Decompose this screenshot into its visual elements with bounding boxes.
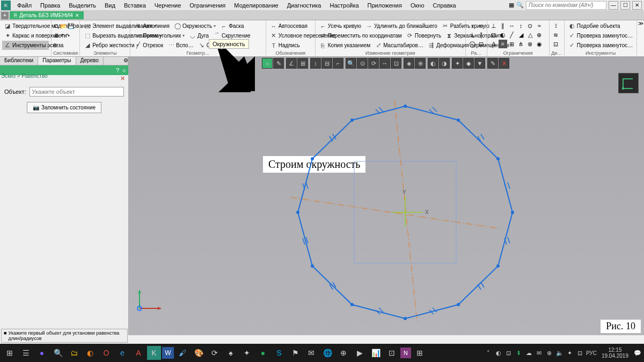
chamfer-button[interactable]: ⌐Фаска [218, 22, 245, 31]
command-search-input[interactable] [526, 1, 606, 10]
tb-edge[interactable]: e [115, 345, 130, 360]
menu-edit[interactable]: Правка [37, 1, 63, 10]
constr-icon[interactable]: ◉ [535, 40, 544, 48]
tb-app[interactable]: ✉ [304, 345, 319, 360]
save-icon[interactable]: 💾 [68, 23, 74, 29]
menu-modeling[interactable]: Моделирование [231, 1, 281, 10]
tray-lang[interactable]: РУС [586, 350, 597, 356]
undo-icon[interactable]: ↶ [60, 33, 64, 39]
close-button[interactable]: ✕ [632, 1, 642, 10]
constr-icon[interactable]: ≈ [535, 21, 544, 30]
tray-icon[interactable]: ✉ [535, 349, 544, 357]
start-button[interactable]: ⊞ [2, 345, 17, 360]
ra-icon-6[interactable]: ⊡ [477, 40, 486, 48]
constr-icon[interactable]: = [499, 40, 507, 48]
move-coords-button[interactable]: ⇄Переместить по координатам [318, 32, 404, 40]
constr-icon[interactable]: ⊕ [535, 31, 544, 39]
tb-app[interactable]: 📊 [368, 345, 383, 360]
menu-insert[interactable]: Вставка [121, 1, 149, 10]
tray-icon[interactable]: ⊡ [504, 349, 513, 357]
ra-icon-4[interactable]: ∥ [477, 31, 486, 39]
object-input[interactable] [30, 87, 124, 97]
circle-button[interactable]: ◯Окружность▾ [172, 22, 217, 31]
add-tab-button[interactable]: + [1, 12, 9, 19]
tb-app[interactable]: ⟳ [207, 345, 222, 360]
redo-icon[interactable]: ↷ [65, 33, 70, 39]
print-icon[interactable]: 🖶 [54, 33, 59, 39]
scale-button[interactable]: ⤢Масштабиров… [373, 41, 425, 50]
menu-help[interactable]: Справка [430, 1, 459, 10]
tray-icon[interactable]: ✦ [566, 349, 574, 357]
constr-icon[interactable]: ◐ [499, 31, 507, 39]
ra-icon-2[interactable]: ↔ [477, 21, 486, 30]
tb-app[interactable]: ◐ [83, 345, 98, 360]
layout-icon[interactable]: ▦ [509, 2, 514, 9]
extend-button[interactable]: →Удлинить до ближайшего [364, 22, 439, 31]
segment-button[interactable]: ╱Отрезок [133, 41, 165, 50]
new-icon[interactable]: 🗋 [54, 23, 59, 29]
trim-curve-button[interactable]: ⌐Усечь кривую [318, 22, 363, 31]
tray-icon[interactable]: ◐ [494, 349, 503, 357]
tb-app[interactable]: 🌐 [320, 345, 335, 360]
tb-app[interactable]: ⊞ [412, 345, 427, 360]
tab-tree[interactable]: Дерево [76, 57, 104, 65]
constr-icon[interactable]: ╱ [508, 31, 516, 39]
check-closed-button[interactable]: ✓Проверка замкнутос… [567, 32, 635, 40]
tb-app[interactable]: 🔍 [50, 345, 65, 360]
tb-opera[interactable]: O [99, 345, 114, 360]
tb-explorer[interactable]: 🗂 [67, 345, 82, 360]
tb-kompas[interactable]: K [147, 346, 161, 360]
rectangle-button[interactable]: ▭Прямоугольник▾ [133, 32, 186, 40]
remember-state-button[interactable]: 📷 Запомнить состояние [27, 102, 101, 113]
menu-file[interactable]: Файл [14, 1, 35, 10]
ra-icon-1[interactable]: ↕ [468, 21, 477, 30]
menu-diagnostics[interactable]: Диагностика [284, 1, 325, 10]
tab-libraries[interactable]: Библиотеки [0, 57, 38, 65]
tray-notifications-icon[interactable]: 💬 [633, 349, 642, 357]
tray-up-icon[interactable]: ˄ [484, 349, 493, 357]
constr-icon[interactable]: ⊡ [489, 31, 498, 39]
menu-select[interactable]: Выделить [65, 1, 99, 10]
tb-app[interactable]: 🖌 [175, 345, 190, 360]
copy-ref-button[interactable]: ⎘Копия указанием [318, 41, 372, 50]
tb-app[interactable]: ♠ [223, 345, 238, 360]
text-button[interactable]: TНадпись [268, 41, 302, 50]
panel-sketch-icon[interactable]: ⟐ [122, 67, 126, 73]
tb-skype[interactable]: S [272, 345, 287, 360]
tray-volume-icon[interactable]: 🔈 [555, 349, 564, 357]
maximize-button[interactable]: ☐ [620, 1, 630, 10]
ra-icon-5[interactable]: ◯ [468, 40, 477, 48]
menu-constraints[interactable]: Ограничения [186, 1, 229, 10]
tb-app[interactable]: ✦ [239, 345, 254, 360]
ribbon-expand-icon[interactable]: ≫ [637, 20, 644, 56]
copy-icon[interactable]: ⎘ [54, 42, 57, 48]
constr-icon[interactable]: ↕ [517, 21, 525, 30]
drawing-canvas[interactable]: ⟐ ✎ ∠ ⊞ ↕ ⊟ ⌐ 🔍 ⊙ ⟳ ↔ ⊡ ◈ ⊕ ◐ ◑ ✦ ◆ ▼ [129, 57, 644, 335]
tb-app[interactable]: ⊕ [336, 345, 351, 360]
close-tab-icon[interactable]: ✕ [75, 13, 79, 18]
tb-app[interactable]: ⊡ [384, 345, 399, 360]
constr-icon[interactable]: ⋔ [517, 40, 525, 48]
di-icon[interactable]: ⊡ [552, 40, 560, 48]
autoline-button[interactable]: ↯Автолиния [133, 22, 171, 31]
tb-word[interactable]: W [162, 347, 174, 359]
di-icon[interactable]: ≋ [552, 31, 560, 39]
constr-icon[interactable]: ⊙ [526, 21, 535, 30]
tb-app[interactable]: ● [255, 345, 270, 360]
tray-icon[interactable]: ☁ [525, 349, 533, 357]
tb-autocad[interactable]: A [131, 345, 146, 360]
constr-icon[interactable]: ∆ [489, 40, 498, 48]
tb-app[interactable]: 🎨 [191, 345, 206, 360]
constr-icon[interactable]: ◢ [517, 31, 525, 39]
menu-view[interactable]: Вид [101, 1, 119, 10]
tb-app[interactable]: ⚑ [288, 345, 303, 360]
tray-icon[interactable]: ⊕ [545, 349, 554, 357]
document-tab[interactable]: ⎘ Деталь БЕЗ ИМЕНИ4 ✕ [10, 11, 84, 19]
ra-icon-3[interactable]: ⊥ [468, 31, 477, 39]
constr-icon[interactable]: ⊗ [526, 40, 535, 48]
panel-settings-icon[interactable]: ⚙ [119, 57, 128, 65]
tb-onenote[interactable]: N [400, 348, 411, 358]
arc-button[interactable]: ◡Дуга [187, 32, 210, 40]
tray-icon[interactable]: ⊡ [576, 349, 584, 357]
di-icon[interactable]: ⟟ [552, 21, 560, 30]
